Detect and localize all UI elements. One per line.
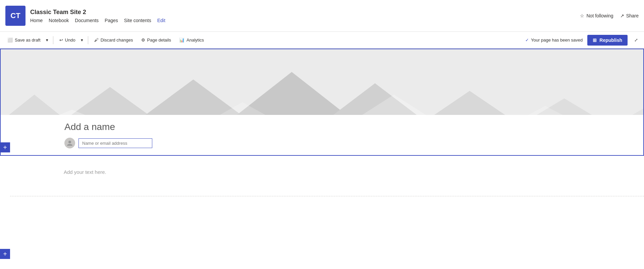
expand-button[interactable]: ⤢ bbox=[632, 36, 640, 45]
chevron-down-icon: ▾ bbox=[46, 38, 48, 43]
page-details-label: Page details bbox=[147, 38, 171, 43]
content-area: + Add a name bbox=[0, 49, 644, 269]
star-icon: ☆ bbox=[580, 13, 584, 18]
svg-point-15 bbox=[68, 141, 71, 143]
not-following-button[interactable]: ☆ Not following bbox=[580, 13, 613, 18]
analytics-icon: 📊 bbox=[179, 38, 184, 43]
undo-label: Undo bbox=[65, 38, 75, 43]
page-name-heading[interactable]: Add a name bbox=[64, 122, 643, 132]
analytics-button[interactable]: 📊 Analytics bbox=[176, 36, 207, 45]
person-icon bbox=[66, 140, 73, 146]
save-draft-label: Save as draft bbox=[15, 38, 41, 43]
save-draft-group: ⬜ Save as draft ▾ bbox=[4, 36, 50, 45]
author-row bbox=[64, 138, 643, 148]
site-nav: Home Notebook Documents Pages Site conte… bbox=[30, 18, 165, 23]
hero-section: Add a name bbox=[0, 49, 644, 156]
nav-edit[interactable]: Edit bbox=[157, 18, 165, 23]
author-avatar bbox=[64, 138, 75, 148]
add-block-top-button[interactable]: + bbox=[0, 142, 10, 152]
save-draft-icon: ⬜ bbox=[7, 38, 13, 43]
nav-documents[interactable]: Documents bbox=[75, 18, 99, 23]
discard-label: Discard changes bbox=[101, 38, 133, 43]
site-title: Classic Team Site 2 bbox=[30, 9, 165, 16]
site-info: Classic Team Site 2 Home Notebook Docume… bbox=[30, 9, 165, 23]
share-label: Share bbox=[626, 13, 639, 18]
undo-button[interactable]: ↩ Undo bbox=[56, 36, 79, 45]
republish-label: Republish bbox=[599, 38, 622, 43]
save-draft-button[interactable]: ⬜ Save as draft bbox=[4, 36, 44, 45]
checkmark-icon: ✓ bbox=[525, 38, 529, 43]
header-actions: ☆ Not following ↗ Share bbox=[580, 13, 639, 18]
top-header: CT Classic Team Site 2 Home Notebook Doc… bbox=[0, 0, 644, 32]
undo-icon: ↩ bbox=[59, 38, 63, 43]
nav-notebook[interactable]: Notebook bbox=[49, 18, 69, 23]
bottom-divider bbox=[10, 196, 644, 196]
not-following-label: Not following bbox=[586, 13, 613, 18]
hero-bottom: Add a name bbox=[1, 115, 643, 155]
divider-1 bbox=[53, 36, 53, 44]
author-input[interactable] bbox=[78, 138, 152, 148]
plus-icon-bottom: + bbox=[3, 250, 7, 258]
nav-site-contents[interactable]: Site contents bbox=[124, 18, 151, 23]
analytics-label: Analytics bbox=[186, 38, 204, 43]
site-logo: CT bbox=[5, 6, 25, 26]
page-details-icon: ⚙ bbox=[141, 38, 145, 43]
share-icon: ↗ bbox=[620, 13, 624, 18]
expand-icon: ⤢ bbox=[634, 38, 638, 43]
saved-status-label: Your page has been saved bbox=[531, 38, 583, 43]
chevron-down-icon-2: ▾ bbox=[81, 38, 83, 43]
divider-2 bbox=[88, 36, 88, 44]
text-placeholder: Add your text here. bbox=[64, 169, 580, 175]
add-block-bottom-button[interactable]: + bbox=[0, 249, 10, 259]
toolbar: ⬜ Save as draft ▾ ↩ Undo ▾ 🖋 Discard cha… bbox=[0, 32, 644, 49]
nav-home[interactable]: Home bbox=[30, 18, 43, 23]
undo-group: ↩ Undo ▾ bbox=[56, 36, 85, 45]
discard-changes-button[interactable]: 🖋 Discard changes bbox=[91, 36, 137, 45]
saved-status: ✓ Your page has been saved bbox=[525, 38, 583, 43]
nav-pages[interactable]: Pages bbox=[105, 18, 118, 23]
page-details-button[interactable]: ⚙ Page details bbox=[138, 36, 175, 45]
text-section[interactable]: Add your text here. bbox=[0, 156, 644, 196]
toolbar-right: ✓ Your page has been saved ⊞ Republish ⤢ bbox=[525, 35, 640, 46]
discard-icon: 🖋 bbox=[94, 38, 99, 43]
share-button[interactable]: ↗ Share bbox=[620, 13, 639, 18]
save-draft-dropdown[interactable]: ▾ bbox=[44, 36, 50, 45]
plus-icon-top: + bbox=[3, 144, 7, 151]
republish-button[interactable]: ⊞ Republish bbox=[587, 35, 628, 46]
republish-icon: ⊞ bbox=[593, 38, 597, 43]
undo-dropdown[interactable]: ▾ bbox=[79, 36, 85, 45]
